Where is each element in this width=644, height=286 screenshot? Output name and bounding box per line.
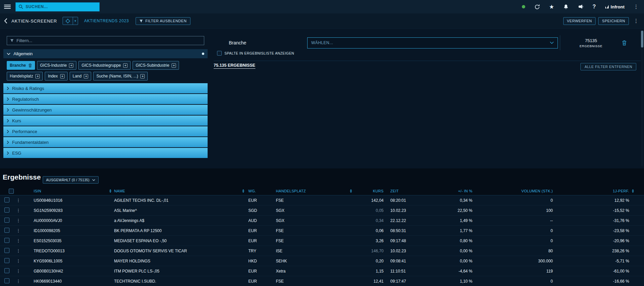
row-menu-icon[interactable]: ⋮ [15,268,30,274]
cell-venue: FSE [276,228,357,233]
sort-icon[interactable] [109,189,111,193]
sort-icon[interactable] [242,189,244,193]
col-name[interactable]: NAME [114,187,248,195]
scrollbar-thumb[interactable] [641,31,643,47]
global-search[interactable] [15,2,100,11]
col-isin[interactable]: ISIN [30,187,114,195]
row-checkbox[interactable] [4,238,9,243]
table-row[interactable]: ⋮ SG1N25909283 ASL Marine^ SGD SGX 0,05 … [0,205,644,216]
row-menu-icon[interactable]: ⋮ [15,228,30,233]
search-input[interactable] [26,4,97,9]
row-checkbox[interactable] [4,197,9,202]
filter-group-regulatorisch[interactable]: Regulatorisch [3,94,208,104]
table-row[interactable]: ⋮ ID1000098205 BK PERMATA A RP 12500 EUR… [0,226,644,236]
discard-button[interactable]: VERWERFEN [563,17,596,25]
row-menu-icon[interactable]: ⋮ [15,258,30,263]
table-row[interactable]: ⋮ KYG5906L1005 MAYER HOLDINGS HKD SEHK 0… [0,256,644,266]
select-all-checkbox[interactable] [9,189,14,194]
filter-group-kurs[interactable]: Kurs [3,116,208,126]
refresh-icon[interactable] [534,4,540,10]
notifications-icon[interactable] [563,4,569,9]
trash-icon[interactable] [28,63,32,68]
col-kurs[interactable]: KURS [357,187,386,195]
table-row[interactable]: ⋮ US00846U1016 AGILENT TECHS INC. DL-,01… [0,195,644,205]
row-menu-icon[interactable]: ⋮ [15,208,30,213]
save-button[interactable]: SPEICHERN [598,17,629,25]
row-checkbox[interactable] [4,248,9,253]
show-column-checkbox[interactable] [217,51,222,56]
filter-chip-suche[interactable]: Suche (Name, ISIN, ...)+ [93,72,148,81]
col-handelsplatz[interactable]: HANDELSPLATZ [276,187,357,195]
screener-toolbar: AKTIEN-SCREENER ▾ AKTIENTRENDS 2023 FILT… [0,13,644,29]
filter-chip-branche[interactable]: Branche [7,61,35,70]
scrollbar[interactable] [641,30,643,166]
table-row[interactable]: ⋮ AU000000AVJ0 a AVJennings A$ AUD SGX 0… [0,216,644,226]
row-menu-icon[interactable]: ⋮ [15,238,30,243]
filter-chip-handelsplatz[interactable]: Handelsplatz+ [7,72,43,81]
target-split-button[interactable]: ▾ [63,17,78,25]
row-checkbox[interactable] [4,228,9,233]
filter-chip-gics-subindustrie[interactable]: GICS-Subindustrie+ [133,61,179,70]
trash-icon[interactable] [622,40,627,46]
cell-price: 12,41 [357,279,386,284]
cell-venue: Xetra [276,269,357,274]
results-table: ISIN NAME WG. HANDELSPLATZ KURS [0,187,644,286]
show-column-option[interactable]: SPALTE IN ERGEBNISLISTE ANZEIGEN [217,51,294,56]
cell-price: 0,05 [357,208,386,213]
row-checkbox[interactable] [4,208,9,213]
back-icon[interactable] [4,18,7,24]
filter-search[interactable] [7,36,204,45]
chip-label: GICS-Subindustrie [136,63,169,68]
row-menu-icon[interactable]: ⋮ [15,198,30,203]
col-zeit[interactable]: ZEIT [386,187,441,195]
crosshair-icon[interactable] [63,19,73,24]
chevron-down-icon[interactable]: ▾ [73,19,78,23]
row-checkbox[interactable] [4,258,9,263]
cell-isin: ID1000098205 [30,228,114,233]
filter-group-allgemein[interactable]: Allgemein [3,49,208,58]
row-checkbox[interactable] [4,278,9,283]
overflow-menu-icon[interactable]: ⋮ [634,4,639,9]
filter-chip-gics-industrie[interactable]: GICS-Industrie+ [37,61,76,70]
screener-template-name[interactable]: AKTIENTRENDS 2023 [84,19,129,23]
filter-group-risiko[interactable]: Risiko & Ratings [3,83,208,93]
col-1j-perf[interactable]: 1J-PERF. [555,187,631,195]
favorites-icon[interactable]: ★ [549,4,554,10]
filter-search-input[interactable] [16,38,201,43]
total-results-link[interactable]: 75.135 ERGEBNISSE [214,63,255,69]
selected-dropdown[interactable]: AUSGEWÄHLT (0 / 75135) [43,176,99,184]
row-menu-icon[interactable]: ⋮ [15,279,30,284]
table-row[interactable]: ⋮ TREDOTO00013 DOGUS OTOMOTIV SERVIS VE … [0,246,644,256]
row-checkbox[interactable] [4,218,9,223]
sort-icon[interactable] [350,189,352,193]
sort-icon[interactable] [632,189,634,193]
results-rows: ⋮ US00846U1016 AGILENT TECHS INC. DL-,01… [0,195,644,286]
row-menu-icon[interactable]: ⋮ [15,248,30,253]
filter-result-count: 75135 ERGEBNISSE [560,38,622,48]
table-row[interactable]: ⋮ GB00B0130H42 ITM POWER PLC LS-,05 EUR … [0,266,644,276]
filter-chip-index[interactable]: Index+ [45,72,67,81]
hide-filters-button[interactable]: FILTER AUSBLENDEN [136,17,190,25]
filter-group-performance[interactable]: Performance [3,126,208,136]
filter-group-esg[interactable]: ESG [3,148,208,158]
table-row[interactable]: ⋮ HK0669013440 TECHTRONIC I.SUBD. EUR FS… [0,276,644,286]
col-volumen[interactable]: VOLUMEN (STK.) [474,187,555,195]
col-wg[interactable]: WG. [248,187,276,195]
toolbar-overflow-icon[interactable]: ⋮ [634,18,639,24]
branche-select[interactable]: WÄHLEN... [307,37,558,49]
table-row[interactable]: ⋮ ES0152503035 MEDIASET ESPANA EO -,50 E… [0,236,644,246]
filter-chip-land[interactable]: Land+ [70,72,92,81]
remove-all-filters-button[interactable]: ALLE FILTER ENTFERNEN [580,63,636,70]
row-checkbox[interactable] [4,268,9,273]
row-menu-icon[interactable]: ⋮ [15,218,30,223]
cell-volume: 0 [474,279,555,284]
filter-chip-gics-industriegruppe[interactable]: GICS-Industriegruppe+ [78,61,131,70]
help-icon[interactable]: ? [593,4,596,10]
col-1j-perf-sort[interactable] [631,187,644,195]
menu-icon[interactable] [4,5,11,9]
infront-logo-mark [605,5,609,9]
filter-group-fundamentaldaten[interactable]: Fundamentaldaten [3,137,208,147]
filter-group-gewinnschaetzungen[interactable]: Gewinnschätzungen [3,105,208,115]
col-change[interactable]: +/- IN % [441,187,474,195]
announcements-icon[interactable] [578,4,583,9]
